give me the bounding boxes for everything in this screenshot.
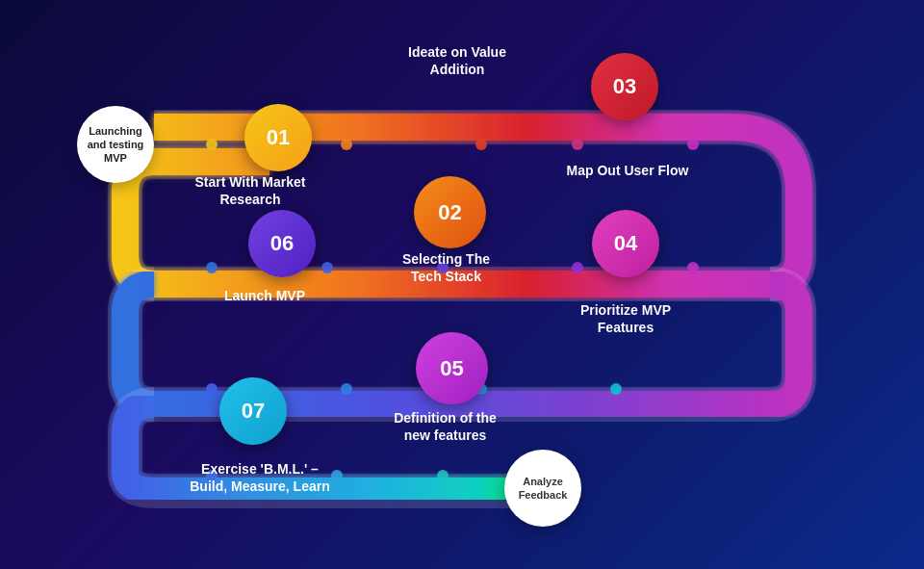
- prioritize-text: Prioritize MVPFeatures: [580, 302, 671, 335]
- launch-node: Launchingand testingMVP: [77, 106, 154, 183]
- map-user-flow-label: Map Out User Flow: [551, 162, 705, 179]
- step-07-label-text: Exercise 'B.M.L.' –Build, Measure, Learn: [190, 461, 329, 494]
- step-04-id: 04: [614, 231, 637, 256]
- step-05-label: Definition of thenew features: [375, 409, 515, 444]
- svg-point-0: [206, 139, 218, 150]
- svg-point-9: [206, 262, 218, 273]
- step-07-label: Exercise 'B.M.L.' –Build, Measure, Learn: [168, 460, 351, 495]
- step-01-label-text: Start With MarketResearch: [194, 174, 305, 207]
- step-07-id: 07: [242, 399, 265, 424]
- step-02-circle: 02: [414, 176, 486, 248]
- launch-node-text: Launchingand testingMVP: [88, 124, 144, 166]
- svg-point-11: [341, 383, 352, 395]
- step-03-label-text: Ideate on ValueAddition: [408, 44, 506, 77]
- step-03-label: Ideate on ValueAddition: [385, 43, 529, 78]
- step-02-label-text: Selecting TheTech Stack: [402, 251, 490, 284]
- step-01-circle: 01: [244, 104, 312, 171]
- svg-point-6: [572, 262, 583, 273]
- step-05-id: 05: [440, 356, 463, 381]
- svg-point-1: [341, 139, 352, 150]
- svg-point-3: [572, 139, 583, 150]
- step-02-id: 02: [438, 200, 461, 225]
- analyze-feedback-text: AnalyzeFeedback: [519, 475, 568, 503]
- step-06-label: Launch MVP: [207, 287, 322, 304]
- svg-point-2: [475, 139, 487, 150]
- step-01-id: 01: [267, 125, 290, 150]
- step-05-label-text: Definition of thenew features: [394, 410, 497, 443]
- step-01-label: Start With MarketResearch: [188, 173, 313, 208]
- step-05-circle: 05: [416, 332, 488, 404]
- svg-point-4: [687, 139, 699, 150]
- prioritize-label: Prioritize MVPFeatures: [549, 301, 703, 336]
- svg-point-16: [437, 470, 449, 481]
- map-user-flow-text: Map Out User Flow: [567, 163, 689, 178]
- analyze-feedback-node: AnalyzeFeedback: [504, 450, 581, 527]
- svg-point-10: [206, 383, 218, 395]
- step-03-circle: 03: [591, 53, 658, 120]
- svg-point-5: [687, 262, 699, 273]
- step-07-circle: 07: [219, 377, 287, 445]
- svg-point-13: [610, 383, 622, 395]
- step-02-label: Selecting TheTech Stack: [381, 250, 511, 285]
- step-06-label-text: Launch MVP: [224, 288, 305, 303]
- diagram-container: Launchingand testingMVP 01 Start With Ma…: [0, 0, 924, 569]
- svg-point-8: [321, 262, 333, 273]
- step-06-id: 06: [270, 231, 294, 256]
- step-06-circle: 06: [248, 210, 316, 277]
- step-04-circle: 04: [592, 210, 659, 277]
- step-03-id: 03: [613, 74, 636, 99]
